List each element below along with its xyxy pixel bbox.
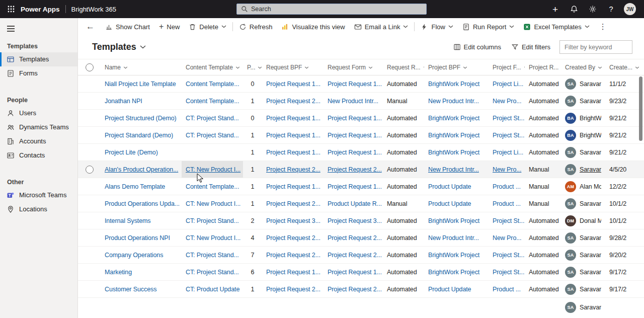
search-input[interactable] (251, 6, 422, 13)
cell-project-form[interactable]: Project St... (489, 264, 525, 280)
cmd-run-report[interactable]: Run Report (458, 18, 519, 35)
cell-request-form[interactable]: Project Request 1... (324, 264, 383, 280)
cell-request-form[interactable]: Project Request 1... (324, 178, 383, 195)
row-select-cell[interactable] (78, 264, 101, 280)
cell-content-template[interactable]: CT: New Product I... (182, 195, 243, 212)
cmd-delete[interactable]: Delete (184, 18, 231, 35)
col-project-form[interactable]: Project F... (489, 59, 525, 75)
cell-request-form[interactable]: Project Request 2... (324, 161, 383, 178)
cell-request-bpf[interactable]: Project Request 1... (262, 75, 324, 92)
back-icon[interactable]: ← (80, 18, 101, 35)
cell-name[interactable]: Product Operations NPI (101, 229, 182, 246)
col-project-required[interactable]: Project R... (525, 59, 561, 75)
table-row[interactable]: Project Standard (Demo) CT: Project Stan… (78, 127, 644, 144)
cell-name[interactable]: Alans Demo Template (101, 178, 182, 195)
cell-content-template[interactable]: Content Template... (182, 178, 243, 195)
cell-created-by[interactable]: BA BrightW... (561, 127, 605, 143)
cell-name[interactable]: Company Operations (101, 247, 182, 263)
row-select-cell[interactable] (78, 127, 101, 143)
cell-created-by[interactable]: SA Saravana... (561, 229, 605, 246)
table-row[interactable]: Niall Project Lite Template Content Temp… (78, 75, 644, 93)
cell-content-template[interactable] (182, 144, 243, 161)
cell-content-template[interactable]: CT: Project Stand... (182, 110, 243, 126)
col-name[interactable]: Name (101, 59, 182, 75)
cmd-refresh[interactable]: Refresh (234, 18, 277, 35)
hamburger-icon[interactable] (0, 18, 22, 37)
cell-project-bpf[interactable]: New Product Intr... (424, 229, 489, 246)
cell-request-bpf[interactable]: Project Request 2... (262, 247, 324, 263)
cell-name[interactable]: Product Operations Upda... (101, 195, 182, 212)
row-select-cell[interactable] (78, 212, 101, 229)
add-icon[interactable]: + (546, 0, 565, 18)
cell-name[interactable]: Customer Success (101, 281, 182, 297)
cell-content-template[interactable]: CT: Project Stand... (182, 212, 243, 229)
row-select-cell[interactable] (78, 75, 101, 92)
cmd-visualize-view[interactable]: Visualize this view (277, 18, 349, 35)
cell-project-bpf[interactable]: BrightWork Project (424, 212, 489, 229)
row-select-cell[interactable] (78, 161, 101, 178)
cmd-flow[interactable]: Flow (416, 18, 457, 35)
cell-name[interactable]: Jonathan NPI (101, 93, 182, 109)
waffle-icon[interactable] (3, 0, 19, 18)
col-content-template[interactable]: Content Template (182, 59, 243, 75)
cell-content-template[interactable]: CT: Project Stand... (182, 247, 243, 263)
col-project-bpf[interactable]: Project BPF (424, 59, 489, 75)
gear-icon[interactable] (583, 0, 602, 18)
cell-name[interactable]: Internal Systems (101, 212, 182, 229)
cell-created-by[interactable]: SA Saravana... (561, 281, 605, 297)
cell-project-form[interactable]: Project St... (489, 212, 525, 229)
cell-request-form[interactable]: Project Request 1... (324, 144, 383, 161)
cell-project-bpf[interactable]: BrightWork Project (424, 127, 489, 143)
cell-project-bpf[interactable]: New Product Intr... (424, 93, 489, 109)
cell-content-template[interactable]: CT: Project Stand... (182, 127, 243, 143)
sidebar-item-dynamics-teams[interactable]: Dynamics Teams (0, 120, 77, 134)
view-selector[interactable]: Templates (92, 42, 146, 52)
cell-project-bpf[interactable]: BrightWork Project (424, 264, 489, 280)
cell-project-bpf[interactable]: BrightWork Project (424, 75, 489, 92)
table-row[interactable]: Product Operations Upda... CT: New Produ… (78, 195, 644, 212)
cell-request-form[interactable]: New Product Intr... (324, 93, 383, 109)
cell-project-form[interactable]: Project St... (489, 247, 525, 263)
cell-project-form[interactable]: Product ... (489, 178, 525, 195)
user-avatar[interactable]: JW (624, 3, 636, 15)
sidebar-item-users[interactable]: Users (0, 106, 77, 120)
select-all-checkbox[interactable] (86, 63, 94, 71)
row-checkbox[interactable] (86, 166, 94, 174)
cell-project-form[interactable]: Product ... (489, 281, 525, 297)
overflow-menu-icon[interactable]: ⋮ (594, 22, 612, 31)
cell-created-by[interactable]: AM Alan Mo... (561, 178, 605, 195)
cell-request-form[interactable]: Project Request 3... (324, 212, 383, 229)
cell-content-template[interactable]: CT: Project Stand... (182, 264, 243, 280)
table-row[interactable]: Alans Demo Template Content Template... … (78, 178, 644, 195)
cmd-new[interactable]: + New (154, 18, 184, 35)
cell-created-by[interactable]: DM Donal M... (561, 212, 605, 229)
sidebar-item-contacts[interactable]: Contacts (0, 148, 77, 163)
cell-created-by[interactable]: SA Saravana... (561, 195, 605, 212)
table-row[interactable]: Product Operations NPI CT: New Product I… (78, 229, 644, 247)
cell-name[interactable]: Project Standard (Demo) (101, 127, 182, 143)
cell-request-bpf[interactable]: Project Request 1... (262, 264, 324, 280)
cmd-show-chart[interactable]: Show Chart (101, 18, 154, 35)
cell-project-form[interactable]: Project Li... (489, 144, 525, 161)
col-request-required[interactable]: Request R... (383, 59, 424, 75)
row-select-cell[interactable] (78, 93, 101, 109)
cell-content-template[interactable]: CT: Product Update (182, 281, 243, 297)
table-row[interactable]: Company Operations CT: Project Stand... … (78, 247, 644, 264)
cell-project-bpf[interactable]: Product Update (424, 281, 489, 297)
row-select-cell[interactable] (78, 110, 101, 126)
cell-request-bpf[interactable]: Project Request 1... (262, 178, 324, 195)
cell-content-template[interactable]: Content Template... (182, 93, 243, 109)
cell-name[interactable]: Marketing (101, 264, 182, 280)
cell-request-form[interactable]: Project Request 1... (324, 127, 383, 143)
cell-request-bpf[interactable]: Project Request 3... (262, 212, 324, 229)
cell-project-form[interactable]: New Pro... (489, 161, 525, 178)
environment-name[interactable]: BrightWork 365 (71, 6, 116, 13)
cell-created-by[interactable]: SA Saravana... (561, 161, 605, 178)
sidebar-item-locations[interactable]: Locations (0, 202, 77, 216)
row-select-cell[interactable] (78, 144, 101, 161)
row-select-cell[interactable] (78, 229, 101, 246)
global-search[interactable] (236, 4, 427, 15)
cell-project-bpf[interactable]: BrightWork Project (424, 144, 489, 161)
cell-request-bpf[interactable]: Project Request 1... (262, 144, 324, 161)
cell-content-template[interactable]: Content Template... (182, 75, 243, 92)
